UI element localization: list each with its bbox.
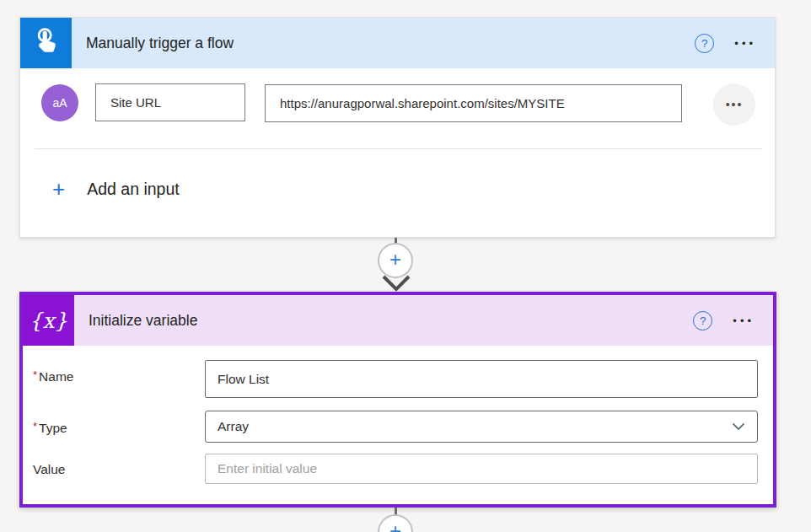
variable-icon-tile: {x} bbox=[23, 295, 74, 346]
name-label: *Name bbox=[33, 368, 73, 384]
card-menu-icon[interactable]: ••• bbox=[734, 35, 756, 52]
initialize-variable-card: {x} Initialize variable ? ••• *Name *Typ… bbox=[19, 292, 776, 508]
input-row-menu-icon[interactable]: ••• bbox=[713, 83, 755, 126]
type-selected-value: Array bbox=[218, 419, 249, 434]
add-an-input-label: Add an input bbox=[87, 180, 180, 199]
trigger-card-title: Manually trigger a flow bbox=[86, 35, 234, 52]
insert-step-button[interactable]: + bbox=[378, 243, 413, 278]
required-asterisk: * bbox=[33, 368, 37, 381]
flow-designer-canvas: Manually trigger a flow ? ••• aA ••• + A… bbox=[0, 0, 811, 532]
help-icon[interactable]: ? bbox=[693, 311, 712, 330]
card-menu-icon[interactable]: ••• bbox=[733, 312, 755, 330]
value-label: Value bbox=[33, 462, 66, 477]
variable-type-select[interactable]: Array bbox=[205, 411, 758, 443]
variable-name-input[interactable] bbox=[205, 360, 758, 398]
trigger-card: Manually trigger a flow ? ••• aA ••• + A… bbox=[19, 17, 776, 238]
chevron-down-icon bbox=[732, 422, 745, 431]
add-an-input-button[interactable]: + Add an input bbox=[52, 178, 180, 200]
help-icon[interactable]: ? bbox=[695, 34, 714, 53]
variable-card-title: Initialize variable bbox=[89, 312, 197, 330]
plus-icon: + bbox=[52, 178, 65, 200]
trigger-card-header[interactable]: Manually trigger a flow ? ••• bbox=[20, 18, 775, 68]
variable-icon: {x} bbox=[30, 309, 68, 333]
variable-value-input[interactable] bbox=[205, 454, 758, 484]
required-asterisk: * bbox=[33, 420, 37, 433]
input-title-field[interactable] bbox=[95, 83, 245, 121]
insert-step-button[interactable]: + bbox=[378, 514, 413, 532]
variable-card-header[interactable]: {x} Initialize variable ? ••• bbox=[23, 295, 773, 346]
card-divider bbox=[35, 148, 762, 149]
touch-icon bbox=[31, 26, 62, 60]
input-type-avatar: aA bbox=[41, 84, 78, 121]
site-url-value-field[interactable] bbox=[265, 84, 682, 122]
type-label: *Type bbox=[33, 420, 67, 436]
manual-trigger-icon-tile bbox=[20, 18, 72, 68]
